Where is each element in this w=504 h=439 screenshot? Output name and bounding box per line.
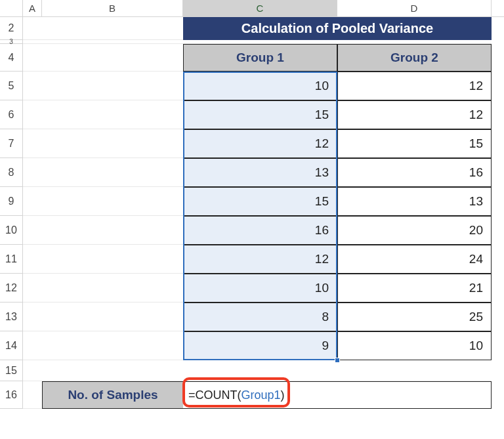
cell-A10[interactable] (23, 216, 42, 245)
formula-suffix: ) (281, 388, 285, 402)
row-header-2[interactable]: 2 (0, 17, 23, 40)
cell-A12[interactable] (23, 274, 42, 303)
row-header-13[interactable]: 13 (0, 303, 23, 331)
cell-B15[interactable] (42, 360, 183, 381)
cell-B2[interactable] (42, 17, 183, 40)
cell-C6[interactable]: 15 (183, 100, 337, 129)
cell-A11[interactable] (23, 245, 42, 274)
cell-D9[interactable]: 13 (337, 187, 492, 216)
spreadsheet-sheet[interactable]: A B C D 2 Calculation of Pooled Variance… (0, 0, 504, 439)
cell-D6[interactable]: 12 (337, 100, 492, 129)
cell-B11[interactable] (42, 245, 183, 274)
cell-D11[interactable]: 24 (337, 245, 492, 274)
cell-C12[interactable]: 10 (183, 274, 337, 303)
cell-C10[interactable]: 16 (183, 216, 337, 245)
cell-A9[interactable] (23, 187, 42, 216)
cell-A8[interactable] (23, 158, 42, 187)
cell-D13[interactable]: 25 (337, 303, 492, 331)
cell-A2[interactable] (23, 17, 42, 40)
cell-C8[interactable]: 13 (183, 158, 337, 187)
row-header-9[interactable]: 9 (0, 187, 23, 216)
samples-label[interactable]: No. of Samples (42, 381, 183, 409)
row-header-7[interactable]: 7 (0, 129, 23, 158)
cell-B13[interactable] (42, 303, 183, 331)
cell-D12[interactable]: 21 (337, 274, 492, 303)
row-header-15[interactable]: 15 (0, 360, 23, 381)
row-header-16[interactable]: 16 (0, 381, 23, 409)
row-header-11[interactable]: 11 (0, 245, 23, 274)
cell-C15[interactable] (183, 360, 337, 381)
formula-ref: Group1 (242, 388, 281, 402)
row-header-5[interactable]: 5 (0, 72, 23, 100)
cell-C13[interactable]: 8 (183, 303, 337, 331)
cell-B9[interactable] (42, 187, 183, 216)
row-header-10[interactable]: 10 (0, 216, 23, 245)
cell-D5[interactable]: 12 (337, 72, 492, 100)
col-header-A[interactable]: A (23, 0, 42, 16)
cell-B6[interactable] (42, 100, 183, 129)
cell-C11[interactable]: 12 (183, 245, 337, 274)
cell-B10[interactable] (42, 216, 183, 245)
cell-A6[interactable] (23, 100, 42, 129)
cell-D14[interactable]: 10 (337, 331, 492, 360)
row-header-6[interactable]: 6 (0, 100, 23, 129)
cell-A15[interactable] (23, 360, 42, 381)
cell-A13[interactable] (23, 303, 42, 331)
cell-D15[interactable] (337, 360, 492, 381)
cell-A16[interactable] (23, 381, 42, 409)
cell-D7[interactable]: 15 (337, 129, 492, 158)
cell-D8[interactable]: 16 (337, 158, 492, 187)
cell-B14[interactable] (42, 331, 183, 360)
title-cell[interactable]: Calculation of Pooled Variance (183, 17, 492, 40)
header-group1[interactable]: Group 1 (183, 44, 337, 72)
row-header-4[interactable]: 4 (0, 44, 23, 72)
cell-C5[interactable]: 10 (183, 72, 337, 100)
cell-A14[interactable] (23, 331, 42, 360)
cell-B8[interactable] (42, 158, 183, 187)
cell-A4[interactable] (23, 44, 42, 72)
row-header-14[interactable]: 14 (0, 331, 23, 360)
cell-A5[interactable] (23, 72, 42, 100)
cell-D10[interactable]: 20 (337, 216, 492, 245)
cell-C14[interactable]: 9 (183, 331, 337, 360)
cell-B7[interactable] (42, 129, 183, 158)
column-headers: A B C D (0, 0, 504, 17)
formula-cell-C16[interactable]: =COUNT(Group1) (183, 381, 492, 409)
cell-B5[interactable] (42, 72, 183, 100)
select-all-corner[interactable] (0, 0, 23, 16)
col-header-B[interactable]: B (42, 0, 183, 16)
cell-C7[interactable]: 12 (183, 129, 337, 158)
row-header-8[interactable]: 8 (0, 158, 23, 187)
cell-B12[interactable] (42, 274, 183, 303)
cell-A7[interactable] (23, 129, 42, 158)
cell-C9[interactable]: 15 (183, 187, 337, 216)
cell-B4[interactable] (42, 44, 183, 72)
col-header-C[interactable]: C (183, 0, 337, 16)
row-header-12[interactable]: 12 (0, 274, 23, 303)
header-group2[interactable]: Group 2 (337, 44, 492, 72)
formula-prefix: =COUNT( (188, 388, 242, 402)
col-header-D[interactable]: D (337, 0, 492, 16)
